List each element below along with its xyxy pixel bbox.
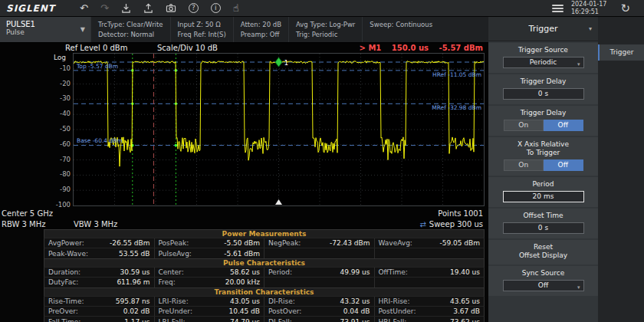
touch-icon[interactable]: ☝ bbox=[233, 0, 239, 17]
config-group: Avg Type: Log-PwrTrig: Periodic bbox=[288, 17, 362, 42]
cell-value: 43.05 us bbox=[230, 297, 260, 305]
table-cell bbox=[264, 248, 375, 258]
undo-icon[interactable]: ↶ bbox=[80, 0, 88, 17]
toggle-off[interactable]: Off bbox=[544, 120, 583, 131]
cell-label: NegPeak: bbox=[268, 239, 301, 247]
menu-item-label: Sync Source bbox=[488, 269, 598, 278]
dropdown-value-box[interactable]: Periodic▾ bbox=[503, 57, 584, 68]
menu-panel-header[interactable]: Trigger ▾ bbox=[488, 17, 598, 41]
menu-item-trigger-delay[interactable]: Trigger Delay0 s bbox=[488, 74, 598, 104]
menu-panel-title: Trigger bbox=[529, 24, 558, 34]
menu-item-offset-time[interactable]: Offset Time0 s bbox=[488, 209, 598, 238]
table-cell: WaveAvg:-59.05 dBm bbox=[375, 238, 485, 248]
cell-label: LRI-Fall: bbox=[159, 318, 186, 322]
config-group: Input Z: 50 ΩFreq Ref: Int(S) bbox=[170, 17, 233, 42]
cell-label: HRI-Rise: bbox=[379, 297, 410, 305]
rbw-readout: RBW 3 MHz bbox=[2, 220, 45, 228]
on-off-toggle: OnOff bbox=[504, 120, 583, 131]
marker-diamond[interactable] bbox=[275, 58, 282, 67]
scale-div-readout: Scale/Div 10 dB bbox=[157, 44, 218, 52]
cell-label: PosPeak: bbox=[159, 239, 189, 247]
menu-item-trigger-source[interactable]: Trigger SourcePeriodic▾ bbox=[488, 43, 598, 73]
menu-item-value: Off bbox=[538, 281, 548, 289]
cell-label: PulseAvg: bbox=[159, 250, 192, 258]
config-group: Atten: 20 dBPreamp: Off bbox=[233, 17, 288, 42]
menu-item-label: Trigger Delay bbox=[488, 77, 598, 86]
cell-label: PostOver: bbox=[268, 307, 301, 315]
table-section-header: Power Measurements bbox=[44, 229, 485, 238]
cell-value: 43.32 us bbox=[340, 297, 370, 305]
mode-sub: Pulse bbox=[6, 28, 84, 36]
toggle-on[interactable]: On bbox=[504, 159, 544, 171]
cell-value: 53.55 dB bbox=[119, 250, 150, 258]
cell-label: DutyFac: bbox=[48, 278, 78, 286]
menu-item-trigger-delay[interactable]: Trigger DelayOnOff bbox=[488, 106, 598, 136]
cell-value: -5.50 dBm bbox=[224, 239, 260, 247]
cell-value: 19.40 us bbox=[450, 268, 480, 276]
dropdown-value-box[interactable]: Off▾ bbox=[503, 280, 584, 291]
display-menu-icon[interactable] bbox=[552, 3, 564, 14]
cell-label: LRI-Rise: bbox=[159, 297, 189, 305]
toggle-off[interactable]: Off bbox=[544, 159, 583, 171]
chevron-down-icon: ▼ bbox=[80, 26, 85, 33]
toggle-on[interactable]: On bbox=[504, 120, 544, 131]
value-box[interactable]: 0 s bbox=[503, 222, 584, 234]
y-axis-mode-label: Log bbox=[54, 54, 66, 61]
config-group: TrcType: Clear/WriteDetector: Normal bbox=[90, 17, 170, 42]
sweep-time-text: Sweep 300 us bbox=[429, 220, 483, 228]
menu-item-x-axis-relative-to-trigger[interactable]: X Axis Relative To TriggerOnOff bbox=[488, 137, 598, 176]
config-bar: PULSE1 Pulse ▼ TrcType: Clear/WriteDetec… bbox=[0, 17, 488, 43]
config-line: Input Z: 50 Ω bbox=[178, 20, 226, 30]
cell-value: 595.87 ns bbox=[116, 297, 150, 305]
table-section-header: Transition Characteristics bbox=[44, 288, 485, 296]
help-icon[interactable]: ? bbox=[189, 3, 199, 13]
tab-trigger[interactable]: Trigger bbox=[598, 44, 644, 61]
cell-label: HRI-Fall: bbox=[379, 318, 407, 322]
vbw-readout: VBW 3 MHz bbox=[74, 220, 117, 228]
config-line: Sweep: Continuous bbox=[370, 20, 432, 30]
table-cell bbox=[375, 248, 485, 258]
info-icon[interactable]: i bbox=[211, 3, 221, 13]
refresh-icon[interactable]: ↻ bbox=[620, 0, 630, 17]
menu-item-label: X Axis Relative To Trigger bbox=[488, 140, 598, 157]
cell-value: 30.59 us bbox=[120, 268, 150, 276]
menu-item-value: 20 ms bbox=[533, 192, 554, 200]
measurement-mode-dropdown[interactable]: PULSE1 Pulse ▼ bbox=[0, 17, 90, 42]
marker-number: 1 bbox=[284, 59, 289, 67]
marker-readout-label: > M1 bbox=[360, 44, 382, 52]
table-cell: LRI-Fall:74.79 us bbox=[155, 317, 265, 322]
save-icon[interactable] bbox=[121, 3, 131, 13]
on-off-toggle: OnOff bbox=[504, 159, 583, 171]
graticule: 1 bbox=[73, 53, 485, 206]
cell-value: 3.67 dB bbox=[453, 307, 480, 315]
config-line: Freq Ref: Int(S) bbox=[178, 30, 226, 40]
y-tick-label: -10 bbox=[49, 64, 71, 72]
config-line: TrcType: Clear/Write bbox=[98, 20, 163, 30]
cell-value: -59.05 dBm bbox=[439, 239, 480, 247]
table-cell bbox=[375, 278, 485, 287]
top-toolbar: SIGLENT ↶ ↷ ? i ☝ 2024-01-17 16:29:51 ↻ bbox=[0, 0, 644, 17]
recall-icon[interactable] bbox=[143, 3, 153, 13]
menu-item-period[interactable]: Period20 ms bbox=[488, 177, 598, 207]
mode-name: PULSE1 bbox=[6, 20, 84, 28]
menu-item-sync-source[interactable]: Sync SourceOff▾ bbox=[488, 266, 598, 296]
value-box[interactable]: 20 ms bbox=[503, 191, 584, 202]
cell-value: 1.17 us bbox=[124, 318, 150, 322]
marker-readout-y: -5.57 dBm bbox=[439, 44, 483, 52]
table-row: PreOver:0.02 dBPreUnder:10.45 dBPostOver… bbox=[44, 306, 485, 316]
table-cell: Fall-Time:1.17 us bbox=[44, 317, 155, 322]
config-line: Detector: Normal bbox=[98, 30, 163, 40]
screenshot-camera-icon[interactable] bbox=[166, 3, 176, 13]
cell-value: 611.96 m bbox=[117, 278, 150, 286]
menu-item-label: Period bbox=[488, 180, 598, 189]
redo-icon[interactable]: ↷ bbox=[100, 0, 109, 17]
y-tick-label: -40 bbox=[49, 110, 71, 117]
chevron-down-icon: ▾ bbox=[589, 25, 592, 32]
menu-item-label: Reset Offset Display bbox=[488, 243, 598, 260]
menu-item-reset-offset-display[interactable]: Reset Offset Display bbox=[488, 240, 598, 264]
chevron-down-icon: ▾ bbox=[577, 283, 580, 293]
measurement-tables: Power MeasurementsAvgPower:-26.55 dBmPos… bbox=[44, 229, 485, 322]
table-row: Duration:30.59 usCenter:58.62 usPeriod:4… bbox=[44, 267, 485, 277]
value-box[interactable]: 0 s bbox=[503, 88, 584, 100]
table-cell: Rise-Time:595.87 ns bbox=[44, 297, 155, 306]
